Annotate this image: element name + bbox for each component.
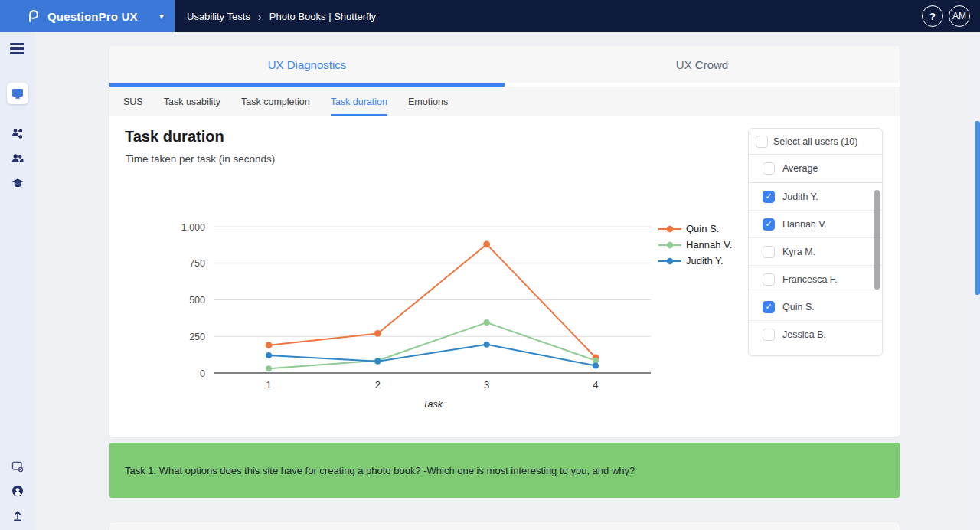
user-label: Jessica B. (782, 329, 826, 340)
diagnostics-card: UX Diagnostics UX Crowd SUSTask usabilit… (109, 46, 900, 437)
series-line-quin-s (269, 244, 596, 358)
checkbox-average[interactable] (763, 162, 775, 175)
subtab-task-duration[interactable]: Task duration (331, 87, 387, 116)
product-switcher[interactable]: QuestionPro UX ▾ (0, 0, 175, 32)
caret-down-icon[interactable]: ▾ (159, 11, 164, 21)
subtab-sus[interactable]: SUS (123, 87, 143, 116)
topbar-actions: ? AM (922, 5, 980, 27)
breadcrumb-usability-tests[interactable]: Usability Tests (187, 11, 250, 22)
y-tick-label: 0 (200, 368, 205, 379)
x-tick-label: 3 (484, 379, 489, 391)
sidebar-item-education[interactable] (11, 176, 24, 190)
user-badge-icon (11, 484, 24, 498)
user-row-kyra-m[interactable]: Kyra M. (749, 237, 882, 265)
next-card-edge (109, 522, 900, 530)
help-button[interactable]: ? (922, 5, 943, 27)
user-label: Kyra M. (782, 247, 815, 257)
series-line-hannah-v (269, 322, 596, 368)
data-point-judith-y-task-4 (593, 362, 599, 368)
legend-label: Hannah V. (686, 239, 732, 250)
legend-marker-icon (658, 257, 681, 265)
breadcrumb-project-title: Photo Books | Shutterfly (270, 11, 376, 22)
user-row-jessica-b[interactable]: Jessica B. (749, 320, 882, 348)
y-tick-label: 500 (189, 295, 205, 306)
x-axis-title: Task (423, 399, 443, 410)
primary-tabs: UX Diagnostics UX Crowd (109, 46, 900, 83)
card-gear-icon (11, 460, 24, 473)
checkbox-judith-y[interactable]: ✓ (763, 191, 775, 203)
legend-item-hannah-v: Hannah V. (658, 237, 732, 253)
hamburger-menu-icon[interactable] (10, 43, 24, 54)
sidebar-item-device-settings[interactable] (11, 460, 24, 473)
chart-title: Task duration (125, 128, 224, 146)
tab-ux-crowd[interactable]: UX Crowd (505, 46, 900, 83)
secondary-tabs: SUSTask usabilityTask completionTask dur… (109, 87, 900, 116)
user-label: Judith Y. (782, 191, 818, 202)
data-point-quin-s-task-3 (483, 241, 490, 248)
legend-item-quin-s: Quin S. (658, 221, 732, 237)
user-row-francesca-f[interactable]: Francesca F. (749, 265, 882, 293)
sidebar-nav-group (11, 127, 24, 190)
legend-label: Judith Y. (686, 255, 724, 267)
x-tick-label: 2 (375, 379, 381, 391)
sidebar-item-participants[interactable] (11, 152, 24, 165)
legend-marker-icon (658, 225, 681, 233)
legend-marker-icon (658, 241, 681, 249)
sidebar-item-user-flow[interactable] (11, 127, 24, 141)
user-label: Average (782, 163, 818, 174)
upload-icon (11, 509, 24, 522)
user-label: Francesca F. (782, 274, 838, 285)
select-all-users-row[interactable]: Select all users (10) (749, 129, 882, 155)
page-scrollbar-thumb[interactable] (975, 121, 980, 295)
checkbox-quin-s[interactable]: ✓ (763, 301, 775, 313)
chart-legend: Quin S.Hannah V.Judith Y. (658, 221, 732, 269)
avatar[interactable]: AM (949, 5, 970, 27)
sidebar-item-usability-tests[interactable] (7, 83, 28, 104)
sidebar-item-user-badge[interactable] (11, 484, 24, 498)
data-point-hannah-v-task-1 (266, 365, 272, 371)
data-point-quin-s-task-2 (374, 330, 381, 337)
checkbox-hannah-v[interactable]: ✓ (763, 218, 775, 231)
series-line-judith-y (269, 345, 596, 366)
user-row-average[interactable]: Average (749, 155, 882, 182)
user-flow-icon (11, 127, 24, 141)
x-tick-label: 1 (266, 379, 271, 391)
user-row-judith-y[interactable]: ✓Judith Y. (749, 182, 882, 210)
task-description-banner: Task 1: What options does this site have… (109, 443, 900, 498)
questionpro-logo-icon (25, 8, 41, 24)
page-scrollbar-track (974, 32, 980, 530)
select-all-checkbox[interactable] (756, 136, 768, 148)
subtab-emotions[interactable]: Emotions (408, 87, 448, 116)
select-all-label: Select all users (10) (773, 136, 858, 147)
subtab-task-completion[interactable]: Task completion (241, 87, 310, 116)
user-list-scrollbar[interactable] (874, 190, 880, 290)
y-tick-label: 250 (189, 332, 205, 342)
product-title: QuestionPro UX (47, 10, 138, 23)
topbar: QuestionPro UX ▾ Usability Tests › Photo… (0, 0, 980, 32)
chevron-right-icon: › (258, 11, 262, 22)
tab-ux-diagnostics[interactable]: UX Diagnostics (109, 46, 505, 83)
task-duration-line-chart: 02505007501,0001234Task (176, 218, 727, 417)
legend-item-judith-y: Judith Y. (658, 253, 732, 269)
checkbox-jessica-b[interactable] (763, 329, 775, 341)
data-point-judith-y-task-1 (266, 352, 272, 358)
graduation-cap-icon (11, 176, 24, 190)
y-tick-label: 1,000 (181, 222, 205, 233)
user-list: Average✓Judith Y.✓Hannah V.Kyra M.France… (749, 155, 882, 348)
people-icon (11, 152, 24, 165)
user-label: Hannah V. (782, 219, 827, 230)
sidebar (0, 32, 34, 530)
user-row-hannah-v[interactable]: ✓Hannah V. (749, 210, 882, 237)
subtab-task-usability[interactable]: Task usability (164, 87, 220, 116)
sidebar-bottom-group (11, 460, 24, 522)
task-description-text: Task 1: What options does this site have… (125, 465, 635, 476)
user-row-quin-s[interactable]: ✓Quin S. (749, 293, 882, 320)
checkbox-francesca-f[interactable] (763, 273, 775, 286)
checkbox-kyra-m[interactable] (763, 246, 775, 258)
sidebar-item-upload[interactable] (11, 509, 24, 522)
y-tick-label: 750 (189, 258, 205, 269)
x-tick-label: 4 (593, 379, 598, 391)
user-filter-panel: Select all users (10) Average✓Judith Y.✓… (748, 128, 883, 356)
user-label: Quin S. (782, 302, 815, 312)
data-point-judith-y-task-2 (374, 358, 381, 365)
